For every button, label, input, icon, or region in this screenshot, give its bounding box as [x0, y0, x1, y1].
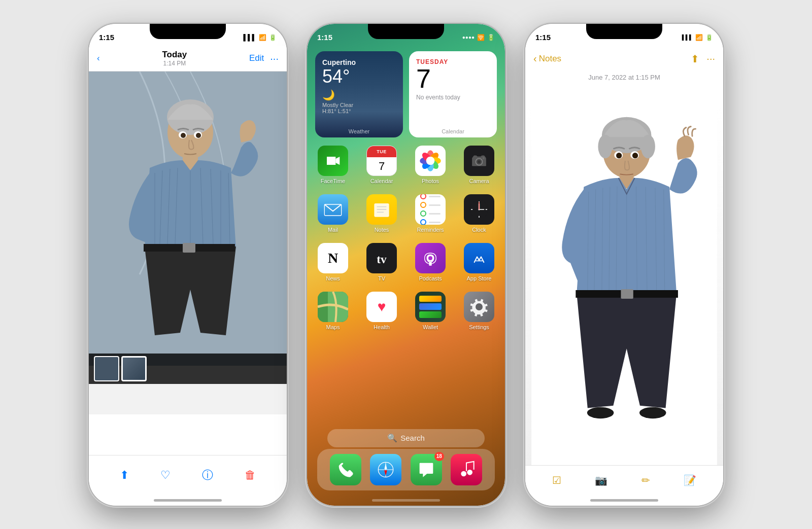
photos-header: ‹ Today 1:14 PM Edit ··· — [89, 46, 287, 72]
phone-icon[interactable] — [330, 454, 361, 485]
app-health[interactable]: ♥ Health — [364, 292, 399, 330]
app-clock[interactable]: Clock — [461, 194, 497, 233]
music-icon[interactable] — [451, 454, 482, 485]
app-reminders[interactable]: Reminders — [413, 194, 448, 233]
calendar-widget-label: Calendar — [409, 128, 497, 134]
svg-point-22 — [426, 156, 435, 165]
wifi-icon-2: 🛜 — [477, 34, 485, 41]
facetime-icon[interactable] — [318, 146, 348, 176]
photos-app-icon[interactable] — [415, 146, 446, 176]
svg-point-67 — [639, 407, 666, 418]
signal-icon-3: ▌▌▌ — [682, 34, 693, 40]
info-icon[interactable]: ⓘ — [202, 468, 213, 483]
phone-2: 1:15 ●●●● 🛜 🔋 Cupertino 54° 🌙 Mostly Cle… — [307, 24, 505, 506]
compose-icon[interactable]: ✏ — [641, 474, 650, 486]
svg-marker-11 — [327, 157, 335, 165]
dock-safari[interactable] — [370, 454, 401, 485]
mail-app-icon[interactable] — [318, 194, 348, 225]
status-icons-2: ●●●● 🛜 🔋 — [462, 34, 495, 41]
calendar-label: Calendar — [370, 178, 393, 184]
thumbnail-1[interactable] — [94, 356, 119, 381]
app-grid: FaceTime TUE 7 Calendar — [315, 146, 497, 340]
home-indicator-3 — [590, 499, 658, 502]
thumbnail-2[interactable] — [121, 356, 147, 381]
tv-logo: tv — [366, 243, 397, 273]
photos-subtitle: 1:14 PM — [162, 60, 187, 67]
cal-icon-body: 7 — [379, 157, 385, 175]
news-app-icon[interactable]: N — [318, 243, 348, 273]
notes-more-icon[interactable]: ··· — [706, 53, 715, 65]
camera-notes-icon[interactable]: 📷 — [595, 474, 607, 486]
app-podcasts[interactable]: Podcasts — [413, 243, 448, 281]
app-notes[interactable]: Notes — [364, 194, 399, 233]
app-row-1: FaceTime TUE 7 Calendar — [315, 146, 497, 184]
reminders-app-icon[interactable] — [415, 194, 446, 225]
share-icon[interactable]: ⬆ — [120, 469, 129, 482]
weather-moon-icon: 🌙 — [322, 89, 396, 101]
notch-2 — [368, 24, 444, 39]
app-news[interactable]: N News — [315, 243, 351, 281]
home-indicator-1 — [154, 499, 222, 502]
camera-app-icon[interactable] — [464, 146, 494, 176]
weather-description: Mostly Clear — [322, 102, 396, 108]
calendar-app-icon[interactable]: TUE 7 — [366, 146, 397, 176]
notes-header: ‹ Notes ⬆ ··· — [525, 46, 723, 72]
notes-app-icon[interactable] — [366, 194, 397, 225]
podcasts-app-icon[interactable] — [415, 243, 446, 273]
maps-app-icon[interactable] — [318, 292, 348, 322]
calendar-widget[interactable]: TUESDAY 7 No events today Calendar — [409, 51, 497, 137]
dock-phone[interactable] — [330, 454, 361, 485]
calendar-number: 7 — [416, 65, 490, 92]
app-maps[interactable]: Maps — [315, 292, 351, 330]
search-bar[interactable]: 🔍 Search — [327, 429, 485, 447]
app-photos[interactable]: Photos — [413, 146, 448, 184]
health-heart-icon: ♥ — [378, 299, 386, 315]
messages-badge: 18 — [434, 452, 444, 461]
white-strip — [89, 414, 287, 445]
dock-messages[interactable]: 18 — [411, 454, 442, 485]
app-facetime[interactable]: FaceTime — [315, 146, 351, 184]
more-button[interactable]: ··· — [270, 53, 279, 64]
dock-music[interactable] — [451, 454, 482, 485]
thumbnail-strip[interactable] — [89, 354, 287, 384]
dock: 18 — [317, 449, 495, 490]
tv-app-icon[interactable]: tv — [366, 243, 397, 273]
tv-label: TV — [378, 275, 385, 281]
health-app-icon[interactable]: ♥ — [366, 292, 397, 322]
heart-icon[interactable]: ♡ — [160, 469, 171, 482]
svg-point-62 — [641, 134, 655, 158]
status-time-2: 1:15 — [317, 33, 332, 42]
app-wallet[interactable]: Wallet — [413, 292, 448, 330]
appstore-app-icon[interactable] — [464, 243, 494, 273]
app-calendar[interactable]: TUE 7 Calendar — [364, 146, 399, 184]
app-settings[interactable]: Settings — [461, 292, 497, 330]
notes-back-button[interactable]: ‹ Notes — [533, 53, 561, 64]
calendar-events: No events today — [416, 94, 490, 101]
svg-rect-65 — [621, 289, 633, 299]
app-mail[interactable]: Mail — [315, 194, 351, 233]
notes-toolbar: ☑ 📷 ✏ 📝 — [525, 465, 723, 496]
new-note-icon[interactable]: 📝 — [684, 474, 696, 486]
app-appstore[interactable]: App Store — [461, 243, 497, 281]
checklist-icon[interactable]: ☑ — [552, 474, 561, 486]
photos-back-button[interactable]: ‹ — [97, 53, 100, 63]
clock-app-icon[interactable] — [464, 194, 494, 225]
appstore-label: App Store — [467, 275, 492, 281]
main-photo[interactable] — [89, 72, 287, 366]
weather-widget[interactable]: Cupertino 54° 🌙 Mostly Clear H:81° L:51°… — [315, 51, 403, 137]
chevron-left-notes-icon: ‹ — [533, 53, 537, 64]
app-row-4: Maps ♥ Health — [315, 292, 497, 330]
svg-point-45 — [428, 256, 432, 260]
svg-rect-5 — [183, 243, 195, 253]
signal-icon: ▌▌▌ — [243, 34, 256, 41]
settings-app-icon[interactable] — [464, 292, 494, 322]
edit-button[interactable]: Edit — [249, 53, 264, 63]
app-tv[interactable]: tv TV — [364, 243, 399, 281]
wallet-app-icon[interactable] — [415, 292, 446, 322]
app-camera[interactable]: Camera — [461, 146, 497, 184]
notch-3 — [586, 24, 662, 39]
notes-share-icon[interactable]: ⬆ — [691, 53, 699, 65]
trash-icon[interactable]: 🗑 — [245, 469, 256, 482]
svg-point-25 — [478, 160, 480, 163]
safari-icon[interactable] — [370, 454, 401, 485]
